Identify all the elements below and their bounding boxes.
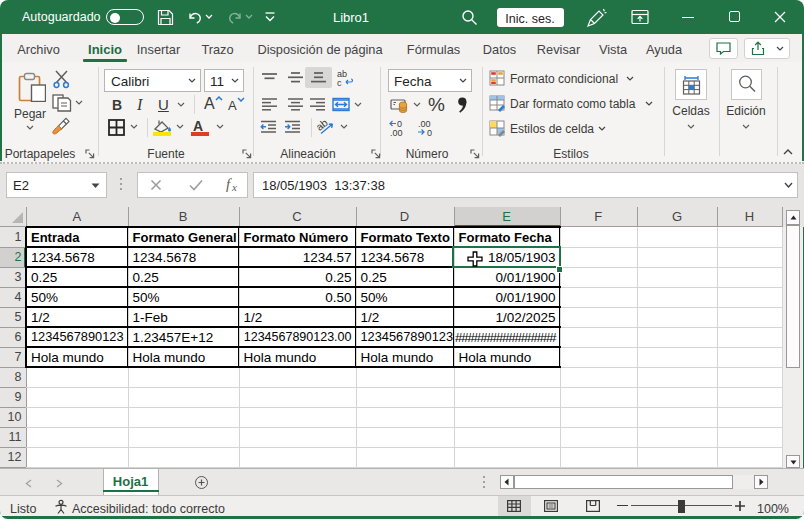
svg-text:.00: .00 bbox=[390, 128, 403, 137]
svg-text:0: 0 bbox=[427, 128, 432, 137]
svg-text:c: c bbox=[337, 78, 342, 87]
